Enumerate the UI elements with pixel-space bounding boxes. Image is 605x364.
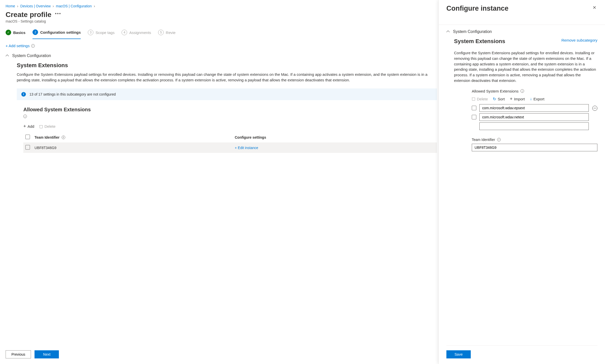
extension-row [472, 104, 589, 112]
divider [439, 25, 605, 25]
delete-button[interactable]: Delete [472, 97, 488, 101]
info-icon [21, 92, 26, 97]
info-icon[interactable] [62, 136, 65, 139]
subcategory-description: Configure the System Extensions payload … [17, 72, 437, 83]
team-identifier-value: UBF8T346G9 [35, 146, 235, 150]
chevron-up-icon [446, 30, 450, 33]
step-review[interactable]: 5 Revie [158, 30, 175, 39]
remove-subcategory-link[interactable]: Remove subcategory [561, 38, 597, 42]
panel-title: Configure instance [446, 5, 509, 12]
select-all-checkbox[interactable] [25, 135, 30, 139]
breadcrumb-macos[interactable]: macOS | Configuration [56, 4, 92, 8]
delete-button[interactable]: Delete [39, 124, 55, 129]
step-number-icon: 5 [158, 30, 164, 35]
plus-icon [23, 124, 26, 129]
section-toggle-system-configuration[interactable]: System Configuration [6, 53, 439, 58]
trash-icon [39, 125, 43, 128]
wizard-footer: Previous Next [6, 345, 439, 364]
column-team-identifier: Team Identifier [35, 135, 60, 139]
download-icon [530, 97, 532, 101]
step-scope-tags[interactable]: 3 Scope tags [88, 30, 114, 39]
step-number-icon: 3 [88, 30, 93, 35]
chevron-right-icon: › [17, 4, 18, 8]
info-icon[interactable] [23, 115, 27, 118]
row-checkbox[interactable] [472, 115, 476, 119]
checkmark-icon: ✓ [6, 30, 11, 35]
allowed-extensions-heading: Allowed System Extensions [23, 107, 437, 113]
breadcrumb: Home › Devices | Overview › macOS | Conf… [6, 4, 439, 8]
more-menu-icon[interactable]: ••• [55, 11, 61, 16]
column-configure-settings: Configure settings [235, 135, 435, 139]
page-title: Create profile [6, 11, 52, 19]
breadcrumb-home[interactable]: Home [6, 4, 15, 8]
chevron-right-icon: › [94, 4, 95, 8]
edit-instance-link[interactable]: Edit instance [235, 146, 258, 150]
row-checkbox[interactable] [472, 106, 476, 110]
info-icon[interactable] [520, 89, 524, 93]
row-checkbox[interactable] [25, 145, 30, 150]
save-button[interactable]: Save [446, 350, 471, 358]
trash-icon [472, 97, 475, 101]
breadcrumb-devices[interactable]: Devices | Overview [20, 4, 51, 8]
extension-row [472, 113, 589, 121]
previous-button[interactable]: Previous [6, 350, 31, 358]
import-button[interactable]: Import [510, 96, 525, 102]
allowed-extensions-label: Allowed System Extensions [472, 89, 518, 93]
export-button[interactable]: Export [530, 97, 544, 101]
panel-subcategory-description: Configure the System Extensions payload … [454, 50, 597, 83]
extension-input[interactable] [479, 104, 589, 112]
remove-row-icon[interactable] [592, 106, 597, 111]
step-configuration-settings[interactable]: 2 Configuration settings [32, 29, 81, 39]
step-number-icon: 4 [122, 30, 127, 35]
not-configured-info-bar: 13 of 17 settings in this subcategory ar… [17, 88, 437, 100]
refresh-icon [493, 97, 496, 101]
wizard-steps: ✓ Basics 2 Configuration settings 3 Scop… [6, 29, 439, 39]
page-subtitle: macOS - Settings catalog [6, 19, 439, 23]
table-header: Team Identifier Configure settings [23, 132, 437, 142]
extension-row [472, 122, 589, 130]
panel-subcategory-heading: System Extensions [454, 38, 505, 45]
plus-icon [510, 96, 513, 102]
next-button[interactable]: Next [35, 350, 59, 358]
step-basics[interactable]: ✓ Basics [6, 30, 25, 39]
team-identifier-input[interactable] [472, 144, 597, 151]
subcategory-heading: System Extensions [17, 62, 437, 69]
info-bar-text: 13 of 17 settings in this subcategory ar… [29, 92, 116, 96]
step-number-icon: 2 [32, 29, 38, 35]
info-icon[interactable] [497, 138, 501, 141]
extension-input[interactable] [479, 113, 589, 121]
sort-button[interactable]: Sort [493, 97, 505, 101]
panel-section-toggle[interactable]: System Configuration [446, 29, 597, 34]
add-button[interactable]: Add [23, 124, 34, 129]
chevron-right-icon: › [53, 4, 54, 8]
main-panel: Home › Devices | Overview › macOS | Conf… [0, 0, 439, 364]
add-settings-link[interactable]: + Add settings [6, 44, 30, 48]
chevron-up-icon [6, 54, 9, 58]
extension-input[interactable] [479, 122, 589, 130]
table-row: UBF8T346G9 Edit instance [23, 142, 437, 153]
team-identifier-label: Team Identifier [472, 138, 495, 142]
close-icon[interactable] [591, 5, 597, 11]
configure-instance-panel: Configure instance System Configuration … [439, 0, 605, 364]
step-assignments[interactable]: 4 Assignments [122, 30, 151, 39]
info-icon[interactable] [31, 44, 35, 48]
